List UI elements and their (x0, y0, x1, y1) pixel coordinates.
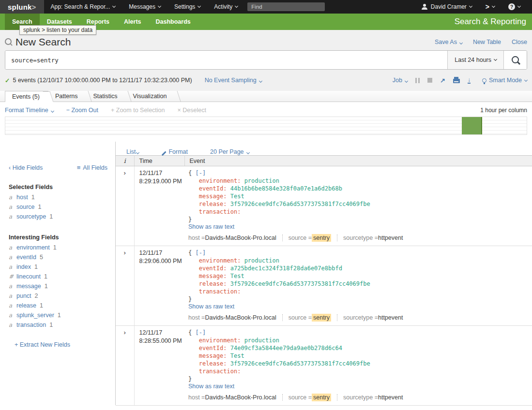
pause-icon[interactable] (415, 78, 420, 83)
activity-arrow-menu[interactable]: > (479, 3, 502, 11)
meta-key[interactable]: source = (289, 314, 312, 321)
search-mode-menu[interactable]: Smart Mode (482, 77, 527, 84)
collapse-json-link[interactable]: [-] (195, 249, 206, 256)
meta-value[interactable]: httpevent (378, 314, 403, 321)
selected-fields-title: Selected Fields (9, 184, 115, 190)
job-menu[interactable]: Job (393, 77, 408, 84)
field-count: 1 (31, 194, 35, 201)
field-link[interactable]: host (16, 194, 28, 201)
json-key: transaction: (199, 368, 241, 375)
user-menu[interactable]: David Cramer (415, 3, 479, 10)
appnav-item-dashboards[interactable]: Dashboards (149, 14, 198, 30)
time-column-header: Time (134, 156, 184, 166)
field-type-icon: a (9, 293, 16, 299)
main-area: ‹ Hide Fields ≡All Fields Selected Field… (0, 142, 532, 405)
field-link[interactable]: sourcetype (16, 213, 46, 220)
topbar-menu[interactable]: Settings (167, 0, 207, 14)
field-link[interactable]: eventId (16, 254, 36, 261)
meta-divider (282, 234, 283, 241)
topbar-menu[interactable]: App: Search & Repor... (44, 0, 122, 14)
meta-value[interactable]: sentry (312, 394, 331, 401)
user-icon (422, 4, 428, 10)
meta-key[interactable]: host = (188, 394, 205, 401)
tab-patterns[interactable]: Patterns (48, 91, 87, 102)
meta-key[interactable]: source = (289, 394, 312, 401)
meta-value[interactable]: Davids-MacBook-Pro.local (205, 234, 276, 241)
search-query-input[interactable] (5, 51, 447, 69)
json-value: Test (230, 273, 244, 279)
json-key: environment: (199, 337, 241, 344)
expand-event-button[interactable]: › (116, 246, 134, 326)
splunk-logo[interactable]: splunk> (0, 0, 44, 14)
meta-key[interactable]: sourcetype = (343, 314, 378, 321)
save-as-button[interactable]: Save As (435, 39, 462, 45)
field-link[interactable]: message (16, 283, 41, 290)
logo-text: splunk (8, 3, 32, 11)
meta-value[interactable]: sentry (312, 314, 331, 322)
meta-key[interactable]: source = (289, 234, 312, 241)
show-raw-text-link[interactable]: Show as raw text (188, 223, 234, 230)
meta-value[interactable]: Davids-MacBook-Pro.local (205, 314, 276, 321)
meta-value[interactable]: httpevent (378, 394, 403, 401)
format-timeline-menu[interactable]: Format Timeline (5, 107, 54, 114)
field-link[interactable]: release (16, 302, 36, 309)
collapse-json-link[interactable]: [-] (195, 170, 206, 176)
field-link[interactable]: environment (16, 244, 50, 251)
timeline-event-bar[interactable] (462, 117, 482, 134)
json-value: 44b16b6be8584e328f0a07e1a6d2b68b (230, 185, 342, 192)
meta-key[interactable]: sourcetype = (343, 234, 378, 241)
time-range-picker[interactable]: Last 24 hours (447, 51, 503, 69)
show-raw-text-link[interactable]: Show as raw text (188, 303, 234, 310)
help-menu[interactable]: ? (502, 3, 527, 10)
field-link[interactable]: linecount (16, 273, 41, 280)
chevron-down-icon (235, 4, 238, 8)
topbar-menu[interactable]: Activity (207, 0, 244, 14)
topbar-menu[interactable]: Messages (122, 0, 167, 14)
share-icon[interactable]: ↗ (440, 77, 445, 84)
field-count: 1 (53, 244, 57, 251)
field-item-message: amessage1 (9, 281, 115, 291)
list-view-menu[interactable]: List (126, 148, 139, 155)
json-value: production (244, 257, 279, 264)
json-value: 3f57926cee9dfc76a6d5377375381f7cc4069fbe (230, 280, 370, 287)
print-icon[interactable] (453, 79, 460, 83)
appnav-item-alerts[interactable]: Alerts (117, 14, 148, 30)
tab-statistics[interactable]: Statistics (87, 91, 126, 102)
show-raw-text-link[interactable]: Show as raw text (188, 383, 234, 390)
field-link[interactable]: source (16, 204, 35, 210)
meta-value[interactable]: httpevent (378, 234, 403, 241)
field-type-icon: a (9, 194, 16, 201)
timeline-chart[interactable] (5, 117, 527, 135)
stop-icon[interactable] (427, 78, 432, 83)
find-input[interactable] (247, 2, 325, 11)
field-link[interactable]: punct (16, 293, 31, 299)
expand-event-button[interactable]: › (116, 326, 134, 406)
per-page-menu[interactable]: 20 Per Page (210, 148, 249, 155)
meta-value[interactable]: sentry (312, 234, 331, 242)
field-type-icon: a (9, 322, 16, 328)
all-fields-button[interactable]: ≡All Fields (77, 164, 107, 171)
top-chrome-bar: splunk> App: Search & Repor...MessagesSe… (0, 0, 532, 14)
collapse-json-link[interactable]: [-] (195, 329, 206, 336)
event-sampling-menu[interactable]: No Event Sampling (205, 77, 262, 84)
extract-new-fields-link[interactable]: + Extract New Fields (15, 341, 70, 348)
hide-fields-button[interactable]: ‹ Hide Fields (9, 164, 43, 171)
tab-visualization[interactable]: Visualization (126, 91, 176, 102)
field-link[interactable]: splunk_server (16, 312, 54, 319)
field-link[interactable]: transaction (16, 322, 46, 328)
meta-key[interactable]: host = (188, 234, 205, 241)
expand-event-button[interactable]: › (116, 166, 134, 246)
format-menu[interactable]: Format (161, 148, 188, 155)
search-submit-button[interactable] (503, 51, 527, 69)
user-name: David Cramer (431, 3, 467, 10)
tab-events-5[interactable]: Events (5) (5, 91, 48, 102)
new-table-button[interactable]: New Table (473, 39, 501, 45)
meta-value[interactable]: Davids-MacBook-Pro.local (205, 394, 276, 401)
meta-key[interactable]: sourcetype = (343, 394, 378, 401)
meta-key[interactable]: host = (188, 314, 205, 321)
export-icon[interactable]: ↓ (468, 77, 471, 84)
field-type-icon: a (9, 312, 16, 319)
close-button[interactable]: Close (512, 39, 527, 45)
field-link[interactable]: index (16, 264, 31, 270)
zoom-out-button[interactable]: − Zoom Out (66, 107, 98, 114)
